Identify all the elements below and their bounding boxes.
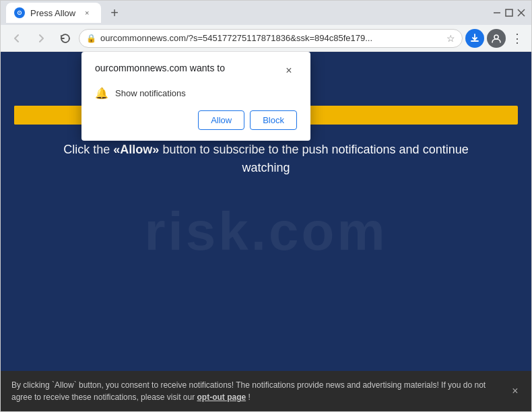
new-tab-button[interactable]: +: [105, 3, 124, 22]
bell-icon: 🔔: [95, 87, 108, 100]
dialog-buttons: Allow Block: [95, 110, 297, 130]
forward-button[interactable]: [30, 28, 52, 49]
tab-title: Press Allow: [30, 8, 75, 18]
chrome-menu-button[interactable]: ⋮: [508, 28, 526, 48]
watermark-text: risk.com: [144, 201, 387, 263]
instruction-text: Click the «Allow» button to subscribe to…: [30, 141, 502, 177]
profile-button[interactable]: [487, 29, 506, 48]
bottom-banner: By clicking `Allow` button, you consent …: [1, 371, 531, 411]
bookmark-icon[interactable]: ☆: [446, 33, 455, 44]
lock-icon: 🔒: [86, 34, 96, 43]
reload-button[interactable]: [55, 28, 76, 49]
banner-text-end: !: [248, 392, 251, 402]
back-button[interactable]: [6, 28, 28, 49]
browser-tab[interactable]: ⊙ Press Allow ×: [6, 3, 101, 23]
minimize-button[interactable]: [492, 8, 502, 18]
title-bar: ⊙ Press Allow × +: [1, 1, 531, 25]
page-content: risk.com 99% Click the «Allow» button to…: [1, 52, 531, 411]
opt-out-link[interactable]: opt-out page: [197, 392, 246, 402]
close-window-button[interactable]: [517, 8, 526, 18]
url-text: ourcommonnews.com/?s=545177275117871836&…: [100, 33, 442, 43]
dialog-close-button[interactable]: ×: [281, 63, 297, 79]
svg-point-4: [494, 35, 498, 39]
notification-dialog: ourcommonnews.com wants to × 🔔 Show noti…: [81, 52, 310, 141]
dialog-header: ourcommonnews.com wants to ×: [95, 63, 297, 79]
permission-label: Show notifications: [115, 88, 186, 98]
allow-button[interactable]: Allow: [198, 110, 244, 130]
browser-window: ⊙ Press Allow × + 🔒: [0, 0, 532, 412]
browser-toolbar: 🔒 ourcommonnews.com/?s=54517727511787183…: [1, 25, 531, 52]
tab-close-button[interactable]: ×: [81, 7, 93, 19]
dialog-permission-row: 🔔 Show notifications: [95, 87, 297, 100]
banner-close-button[interactable]: ×: [507, 383, 523, 399]
block-button[interactable]: Block: [250, 110, 297, 130]
address-bar[interactable]: 🔒 ourcommonnews.com/?s=54517727511787183…: [79, 29, 463, 48]
allow-keyword: «Allow»: [113, 143, 159, 156]
window-controls: [492, 8, 526, 18]
tab-favicon: ⊙: [14, 7, 25, 18]
svg-rect-1: [506, 9, 512, 16]
dialog-title: ourcommonnews.com wants to: [95, 63, 225, 73]
maximize-button[interactable]: [504, 8, 514, 18]
download-button[interactable]: [465, 29, 484, 48]
